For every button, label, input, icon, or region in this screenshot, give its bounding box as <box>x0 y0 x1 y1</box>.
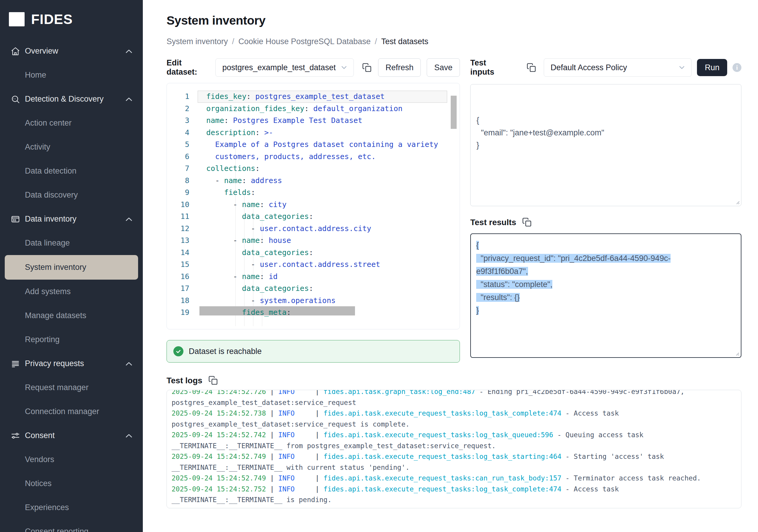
sidebar-item-overview[interactable]: Overview <box>0 39 143 63</box>
test-results-line: "privacy_request_id": "pri_4c2be5df-6a44… <box>476 252 736 265</box>
code-line: data_categories: <box>196 283 460 295</box>
code-line: - name: id <box>196 271 460 283</box>
log-line: 2025-09-24 15:24:52.726 | INFO | fides.a… <box>172 390 736 397</box>
copy-dataset-icon[interactable] <box>362 63 372 72</box>
sidebar-item-data-lineage[interactable]: Data lineage <box>0 231 143 255</box>
editor-vertical-scrollbar[interactable] <box>451 96 457 129</box>
sidebar-item-label: System inventory <box>25 263 86 272</box>
chevron-up-icon <box>126 97 132 101</box>
policy-select[interactable]: Default Access Policy <box>544 58 692 77</box>
sidebar-item-action-center[interactable]: Action center <box>0 111 143 135</box>
log-line: 2025-09-24 15:24:52.752 | INFO | fides.a… <box>172 484 736 495</box>
editor-line-number: 5 <box>167 139 196 151</box>
sidebar-item-label: Vendors <box>25 455 54 464</box>
sidebar-item-data-detection[interactable]: Data detection <box>0 159 143 183</box>
test-results-content: { "privacy_request_id": "pri_4c2be5df-6a… <box>476 239 736 317</box>
editor-line-number: 6 <box>167 151 196 163</box>
test-inputs-toolbar: Test inputs Default Access Policy Run i <box>470 58 741 77</box>
resize-handle-icon[interactable] <box>734 199 740 204</box>
test-inputs-textarea[interactable]: { "email": "jane+test@example.com"} <box>470 84 741 206</box>
test-results-line: "results": {} <box>476 291 736 304</box>
run-button[interactable]: Run <box>697 59 727 76</box>
code-line: fides_key: postgres_example_test_dataset <box>196 91 460 103</box>
fides-logo-text: FIDES <box>31 11 73 27</box>
editor-line-number: 7 <box>167 163 196 175</box>
test-logs-box[interactable]: 2025-09-24 15:24:52.726 | INFO | fides.a… <box>166 390 741 508</box>
breadcrumb-item-cookie-house-postgresql-database[interactable]: Cookie House PostgreSQL Database <box>239 37 371 46</box>
test-results-box[interactable]: { "privacy_request_id": "pri_4c2be5df-6a… <box>470 233 741 358</box>
test-inputs-line: } <box>476 139 735 151</box>
sidebar-item-label: Manage datasets <box>25 311 86 320</box>
app-logo[interactable]: FIDES <box>0 0 143 30</box>
test-logs-label: Test logs <box>166 376 202 385</box>
log-line: 2025-09-24 15:24:52.749 | INFO | fides.a… <box>172 451 736 462</box>
sidebar-item-notices[interactable]: Notices <box>0 472 143 496</box>
code-line: - name: address <box>196 175 460 187</box>
chevron-down-icon <box>678 63 686 72</box>
main-content: System inventory System inventory/Cookie… <box>143 0 758 532</box>
save-button[interactable]: Save <box>427 58 460 77</box>
editor-line-number: 14 <box>167 247 196 259</box>
sidebar-item-activity[interactable]: Activity <box>0 135 143 159</box>
chevron-up-icon <box>126 362 132 366</box>
info-icon[interactable]: i <box>733 63 741 72</box>
sidebar-item-manage-datasets[interactable]: Manage datasets <box>0 304 143 328</box>
policy-select-value: Default Access Policy <box>551 63 627 72</box>
sidebar-item-detection-discovery[interactable]: Detection & Discovery <box>0 87 143 111</box>
sidebar-item-consent[interactable]: Consent <box>0 423 143 448</box>
sidebar-item-reporting[interactable]: Reporting <box>0 328 143 351</box>
sidebar-item-connection-manager[interactable]: Connection manager <box>0 400 143 423</box>
top-columns: Edit dataset: postgres_example_test_data… <box>166 58 758 363</box>
sidebar-item-vendors[interactable]: Vendors <box>0 448 143 472</box>
dataset-select[interactable]: postgres_example_test_dataset <box>216 58 354 77</box>
code-line: - name: city <box>196 199 460 211</box>
inventory-icon <box>11 215 20 224</box>
breadcrumb-separator: / <box>375 37 377 46</box>
sidebar-item-label: Notices <box>25 479 52 488</box>
copy-test-results-icon[interactable] <box>522 217 532 227</box>
sidebar-item-label: Add systems <box>25 287 71 296</box>
sidebar-item-data-inventory[interactable]: Data inventory <box>0 207 143 231</box>
copy-test-logs-icon[interactable] <box>208 376 218 385</box>
editor-line-number: 4 <box>167 127 196 139</box>
yaml-editor[interactable]: 12345678910111213141516171819 fides_key:… <box>166 83 460 329</box>
breadcrumb-item-system-inventory[interactable]: System inventory <box>166 37 228 46</box>
editor-line-number: 18 <box>167 295 196 307</box>
editor-code-area[interactable]: fides_key: postgres_example_test_dataset… <box>196 91 460 319</box>
code-line: data_categories: <box>196 211 460 223</box>
test-results-line: "status": "complete", <box>476 278 736 291</box>
test-inputs-label: Test inputs <box>470 58 506 77</box>
sidebar-item-privacy-requests[interactable]: Privacy requests <box>0 351 143 376</box>
sidebar-item-label: Data lineage <box>25 239 70 248</box>
sidebar-item-label: Action center <box>25 118 72 128</box>
check-circle-icon <box>173 346 184 356</box>
code-line: fields: <box>196 186 460 199</box>
editor-line-number: 16 <box>167 271 196 283</box>
sidebar-item-home[interactable]: Home <box>0 63 143 87</box>
sidebar-item-label: Data inventory <box>25 215 77 224</box>
sidebar-item-add-systems[interactable]: Add systems <box>0 280 143 304</box>
sidebar-item-label: Detection & Discovery <box>25 94 104 104</box>
refresh-button[interactable]: Refresh <box>378 58 421 77</box>
sidebar-item-system-inventory[interactable]: System inventory <box>5 255 138 280</box>
detection-icon <box>11 94 20 104</box>
home-icon <box>11 47 20 56</box>
sidebar-item-request-manager[interactable]: Request manager <box>0 376 143 400</box>
log-line: __TERMINATE__:__TERMINATE__ from postgre… <box>172 441 736 451</box>
log-line: postgres_example_test_dataset:service_re… <box>172 397 736 408</box>
resize-handle-icon[interactable] <box>734 350 739 356</box>
editor-gutter: 12345678910111213141516171819 <box>167 91 196 319</box>
test-results-line: e9f3f1f6b0a7", <box>476 265 736 278</box>
code-line: - user.contact.address.street <box>196 259 460 271</box>
editor-line-number: 19 <box>167 307 196 319</box>
sidebar-item-experiences[interactable]: Experiences <box>0 496 143 519</box>
log-line: 2025-09-24 15:24:52.738 | INFO | fides.a… <box>172 408 736 419</box>
edit-dataset-column: Edit dataset: postgres_example_test_data… <box>166 58 460 363</box>
sidebar-item-data-discovery[interactable]: Data discovery <box>0 183 143 207</box>
sidebar-item-label: Data detection <box>25 166 77 176</box>
editor-line-number: 11 <box>167 211 196 223</box>
copy-test-inputs-icon[interactable] <box>527 63 536 72</box>
sidebar-item-label: Data discovery <box>25 190 78 200</box>
sidebar-item-consent-reporting[interactable]: Consent reporting <box>0 519 143 532</box>
test-column: Test inputs Default Access Policy Run i … <box>470 58 741 363</box>
